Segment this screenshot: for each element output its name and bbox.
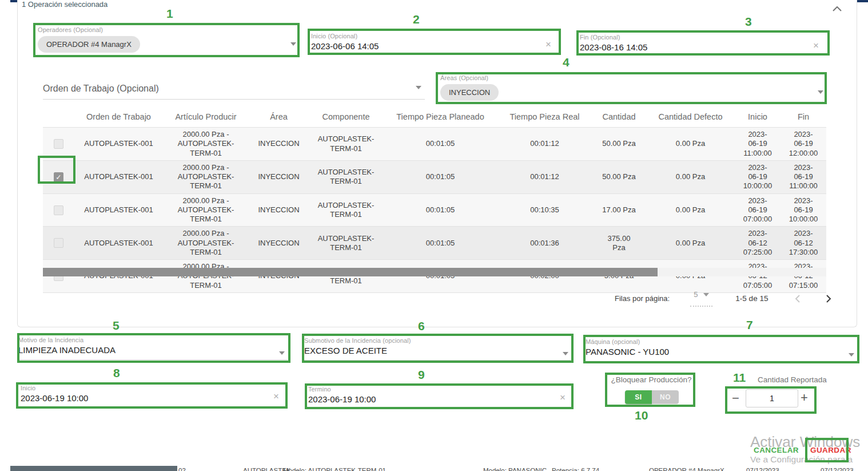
table-cell: 0.00 Pza: [646, 137, 735, 151]
table-header-row: Orden de TrabajoArtículo ProducirÁreaCom…: [43, 106, 826, 128]
toggle-no-button[interactable]: NO: [652, 390, 679, 404]
block-production-toggle: SI NO: [625, 390, 679, 404]
table-cell: 17.00 Pza: [592, 203, 646, 217]
header-cell: Fin: [781, 106, 826, 127]
page-range-label: 1-5 de 15: [735, 294, 768, 303]
start-filter-value[interactable]: 2023-06-06 14:05: [311, 41, 556, 51]
annotation-number-10: 10: [635, 409, 648, 422]
incident-start-field[interactable]: Inicio 2023-06-19 10:00 ×: [21, 385, 284, 408]
machine-value[interactable]: PANASONIC - YU100: [586, 347, 857, 357]
chevron-down-icon[interactable]: [279, 351, 285, 355]
toggle-yes-button[interactable]: SI: [625, 390, 652, 404]
bottom-strip-text: Potencia: 6.7.74: [552, 467, 599, 471]
table-cell: 2000.00 Pza - AUTOPLASTEK- TERM-01: [163, 194, 249, 227]
table-cell: 2023- 06-19 12:00:00: [781, 128, 826, 160]
start-filter-field[interactable]: Inicio (Opcional) 2023-06-06 14:05 ×: [311, 33, 556, 51]
chevron-down-icon[interactable]: [563, 352, 568, 355]
chevron-up-icon[interactable]: [833, 3, 842, 14]
areas-field[interactable]: Áreas (Opcional) INYECCION: [440, 74, 822, 101]
header-cell: Orden de Trabajo: [74, 106, 163, 127]
prev-page-button[interactable]: [794, 294, 801, 303]
table-cell: 0.00 Pza: [646, 203, 735, 217]
checkbox-cell: [43, 236, 74, 250]
operators-label: Operadores (Opcional): [38, 26, 294, 33]
start-filter-label: Inicio (Opcional): [311, 33, 556, 39]
table-cell: 2023- 06-19 10:00:00: [735, 161, 781, 193]
bottom-strip-text: Modelo: AUTOPLASTEK-TERM-01: [283, 467, 386, 471]
table-cell: 2023- 06-19 10:00:00: [781, 194, 826, 227]
incident-subreason-label: Submotivo de la Incidencia (opcional): [304, 337, 571, 344]
table-cell: 00:01:05: [383, 137, 497, 151]
page-size-value: 5: [694, 290, 698, 299]
work-order-label: Orden de Trabajo (Opcional): [43, 84, 425, 94]
incident-start-label: Inicio: [21, 385, 284, 391]
windows-watermark-line2: Ve a Configuración para a: [750, 454, 853, 465]
work-order-select[interactable]: Orden de Trabajo (Opcional): [43, 73, 425, 100]
incident-end-field[interactable]: Termino 2023-06-19 10:00 ×: [308, 386, 570, 409]
chevron-down-icon[interactable]: [818, 90, 823, 94]
end-filter-field[interactable]: Fin (Opcional) 2023-08-16 14:05 ×: [580, 34, 823, 52]
table-row[interactable]: AUTOPLASTEK-0012000.00 Pza - AUTOPLASTEK…: [43, 260, 826, 293]
header-cell: Artículo Producir: [163, 106, 249, 127]
table-row[interactable]: ✓AUTOPLASTEK-0012000.00 Pza - AUTOPLASTE…: [43, 161, 826, 194]
pagination: Filas por página: 5 1-5 de 15: [615, 290, 832, 307]
incident-subreason-value[interactable]: EXCESO DE ACEITE: [304, 346, 571, 355]
reported-qty-input[interactable]: 1: [746, 389, 798, 407]
table-cell: AUTOPLASTEK-001: [74, 170, 163, 184]
cancel-button[interactable]: CANCELAR: [754, 446, 799, 454]
machine-select[interactable]: Máquina (opcional) PANASONIC - YU100: [586, 338, 857, 362]
incident-reason-select[interactable]: Motivo de la Incidencia LIMPIEZA INADECU…: [18, 337, 287, 360]
table-cell: INYECCION: [249, 203, 309, 217]
header-cell: Cantidad Defecto: [646, 106, 735, 127]
table-cell: 00:01:12: [497, 137, 592, 151]
x-clear-icon[interactable]: ×: [546, 39, 551, 49]
table-cell: 2000.00 Pza - AUTOPLASTEK- TERM-01: [163, 128, 249, 160]
table-cell: 2000.00 Pza - AUTOPLASTEK- TERM-01: [163, 161, 249, 193]
chevron-down-icon[interactable]: [849, 353, 854, 357]
scrollbar-thumb[interactable]: [43, 268, 658, 276]
x-clear-icon[interactable]: ×: [273, 391, 279, 401]
bottom-strip-text: 07/12/2023: [821, 467, 854, 471]
row-checkbox[interactable]: [54, 238, 63, 248]
plus-button[interactable]: +: [801, 391, 808, 404]
table-cell: AUTOPLASTEK-001: [74, 203, 163, 217]
table-row[interactable]: AUTOPLASTEK-0012000.00 Pza - AUTOPLASTEK…: [43, 194, 826, 227]
header-cell: Cantidad: [592, 106, 646, 127]
table-row[interactable]: AUTOPLASTEK-0012000.00 Pza - AUTOPLASTEK…: [43, 227, 826, 260]
table-cell: AUTOPLASTEK- TERM-01: [309, 199, 383, 222]
table-cell: 2023- 06-19 11:00:00: [781, 161, 826, 193]
x-clear-icon[interactable]: ×: [560, 393, 566, 402]
table-cell: AUTOPLASTEK- TERM-01: [309, 165, 383, 189]
chevron-down-icon[interactable]: [416, 86, 421, 89]
header-cell: Componente: [309, 106, 383, 127]
table-cell: 00:01:12: [497, 170, 592, 184]
header-cell: Tiempo Pieza Planeado: [383, 106, 497, 127]
checkbox-cell: [43, 137, 74, 151]
table-cell: 2023- 06-19 11:00:00: [735, 128, 781, 160]
chevron-down-icon[interactable]: [290, 42, 296, 46]
table-cell: AUTOPLASTEK-001: [74, 236, 163, 250]
area-chip[interactable]: INYECCION: [440, 84, 499, 101]
header-cell: Área: [249, 106, 309, 127]
save-button[interactable]: GUARDAR: [810, 446, 851, 454]
page-size-select[interactable]: 5: [690, 290, 712, 307]
incident-end-value[interactable]: 2023-06-19 10:00: [308, 394, 570, 404]
incident-subreason-select[interactable]: Submotivo de la Incidencia (opcional) EX…: [304, 337, 571, 361]
end-filter-value[interactable]: 2023-08-16 14:05: [580, 42, 823, 52]
next-page-button[interactable]: [825, 294, 832, 303]
table-cell: 0.00 Pza: [646, 236, 735, 250]
row-checkbox[interactable]: [54, 139, 63, 149]
annotation-number-11: 11: [733, 371, 746, 385]
row-checkbox[interactable]: [54, 205, 63, 215]
incident-reason-value[interactable]: LIMPIEZA INADECUADA: [18, 345, 287, 355]
horizontal-scrollbar[interactable]: [43, 268, 826, 276]
table-row[interactable]: AUTOPLASTEK-0012000.00 Pza - AUTOPLASTEK…: [43, 128, 826, 161]
row-checkbox[interactable]: ✓: [54, 172, 63, 182]
table-cell: INYECCION: [249, 236, 309, 250]
operator-chip[interactable]: OPERADOR #4 ManagrX: [38, 36, 140, 53]
table-cell: AUTOPLASTEK- TERM-01: [309, 232, 383, 255]
operators-field[interactable]: Operadores (Opcional) OPERADOR #4 Managr…: [38, 26, 294, 53]
x-clear-icon[interactable]: ×: [813, 41, 819, 50]
minus-button[interactable]: −: [732, 392, 739, 405]
incident-start-value[interactable]: 2023-06-19 10:00: [21, 393, 284, 403]
